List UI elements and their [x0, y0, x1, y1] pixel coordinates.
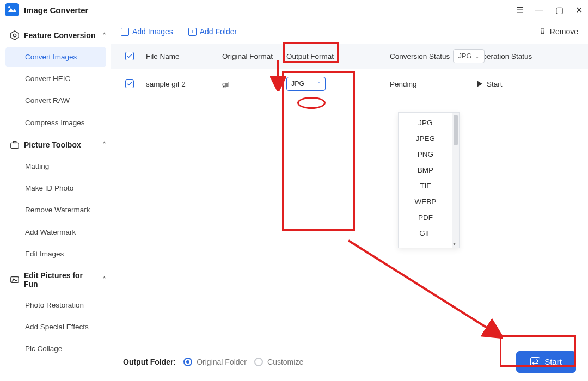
dropdown-option-tif[interactable]: TIF — [399, 178, 452, 194]
sidebar-group-feature-conversion[interactable]: Feature Conversion ˄ — [5, 25, 111, 46]
sidebar-item-compress-images[interactable]: Compress Images — [5, 113, 106, 133]
cell-original-format: gif — [220, 80, 284, 88]
output-folder-label: Output Folder: — [123, 358, 176, 366]
th-operation-status: Operation Status — [475, 52, 559, 60]
hexagon-icon — [10, 30, 20, 40]
sidebar-item-matting[interactable]: Matting — [5, 156, 106, 177]
remove-button[interactable]: Remove — [538, 27, 578, 36]
header-output-format-select[interactable]: JPG ⌄ — [453, 49, 485, 63]
remove-label: Remove — [550, 27, 578, 36]
sidebar-item-convert-raw[interactable]: Convert RAW — [5, 90, 106, 111]
add-images-label: Add Images — [132, 27, 173, 36]
chevron-down-icon: ⌄ — [475, 53, 479, 59]
sidebar-group-label: Feature Conversion — [24, 31, 95, 40]
dropdown-option-webp[interactable]: WEBP — [399, 194, 452, 210]
scrollbar-down-icon[interactable]: ▾ — [453, 241, 456, 247]
trash-icon — [538, 27, 547, 36]
close-button[interactable]: ✕ — [575, 5, 583, 15]
sidebar: Feature Conversion ˄ Convert Images Conv… — [0, 20, 111, 381]
output-folder-customize-label: Customize — [267, 358, 303, 366]
dropdown-option-png[interactable]: PNG — [399, 146, 452, 162]
radio-checked-icon — [183, 358, 192, 366]
dropdown-option-pdf[interactable]: PDF — [399, 210, 452, 225]
chevron-up-icon: ˄ — [103, 276, 106, 283]
select-all-checkbox[interactable] — [125, 52, 134, 60]
output-format-dropdown: JPG JPEG PNG BMP TIF WEBP PDF GIF ▾ — [398, 112, 460, 248]
th-file-name: File Name — [144, 52, 220, 60]
svg-point-3 — [13, 34, 16, 36]
cell-conversion-status: Pending — [388, 80, 475, 88]
header-select-value: JPG — [458, 52, 471, 60]
row-checkbox[interactable] — [125, 79, 134, 88]
row-start-label: Start — [487, 80, 503, 88]
sidebar-item-photo-restoration[interactable]: Photo Restoration — [5, 295, 106, 316]
app-logo-icon — [5, 3, 19, 16]
cell-file-name: sample gif 2 — [144, 80, 220, 88]
radio-icon — [254, 358, 263, 366]
main-panel: + Add Images + Add Folder Remove File Na… — [111, 20, 588, 381]
dropdown-option-jpeg[interactable]: JPEG — [399, 131, 452, 146]
svg-rect-5 — [13, 142, 16, 143]
chevron-up-icon: ˄ — [103, 32, 106, 39]
table-header: File Name Original Format Output Format … — [111, 44, 588, 69]
titlebar: Image Converter ☰ — ▢ ✕ — [0, 0, 588, 20]
sidebar-group-picture-toolbox[interactable]: Picture Toolbox ˄ — [5, 134, 111, 155]
row-output-format-select[interactable]: JPG ˄ — [286, 77, 326, 91]
effects-icon — [10, 275, 20, 285]
play-icon — [477, 81, 482, 87]
bottombar: Output Folder: Original Folder Customize… — [111, 342, 588, 381]
output-folder-original-label: Original Folder — [197, 358, 247, 366]
table-row: sample gif 2 gif JPG ˄ Pending Start — [111, 69, 588, 99]
th-output-format: Output Format — [284, 52, 388, 60]
chevron-up-icon: ˄ — [103, 141, 106, 148]
svg-line-9 — [348, 241, 495, 333]
menu-icon[interactable]: ☰ — [516, 5, 523, 15]
dropdown-option-jpg[interactable]: JPG — [399, 115, 452, 131]
svg-rect-4 — [11, 143, 19, 148]
th-original-format: Original Format — [220, 52, 284, 60]
svg-point-1 — [8, 6, 10, 8]
app-title: Image Converter — [24, 5, 88, 15]
sidebar-group-edit-pictures-for-fun[interactable]: Edit Pictures for Fun ˄ — [5, 266, 111, 294]
sidebar-item-convert-heic[interactable]: Convert HEIC — [5, 69, 106, 89]
output-folder-original[interactable]: Original Folder — [183, 358, 247, 366]
sidebar-group-label: Edit Pictures for Fun — [24, 271, 99, 288]
chevron-up-icon: ˄ — [318, 81, 321, 87]
maximize-button[interactable]: ▢ — [555, 5, 564, 15]
svg-marker-2 — [11, 31, 19, 40]
dropdown-scrollbar[interactable]: ▾ — [452, 113, 459, 248]
scrollbar-thumb[interactable] — [454, 115, 458, 145]
start-button[interactable]: ⇄ Start — [516, 351, 576, 373]
window-controls: ☰ — ▢ ✕ — [516, 5, 583, 15]
dropdown-option-gif[interactable]: GIF — [399, 225, 452, 241]
add-folder-label: Add Folder — [200, 27, 237, 36]
annotation-arrow-diagonal — [345, 237, 503, 339]
swap-icon: ⇄ — [530, 357, 540, 367]
plus-icon: + — [121, 28, 129, 36]
start-button-label: Start — [544, 357, 562, 366]
sidebar-item-add-watermark[interactable]: Add Watermark — [5, 222, 106, 243]
output-folder-customize[interactable]: Customize — [254, 358, 303, 366]
add-images-button[interactable]: + Add Images — [121, 27, 173, 36]
sidebar-item-edit-images[interactable]: Edit Images — [5, 244, 106, 265]
sidebar-item-convert-images[interactable]: Convert Images — [5, 47, 106, 67]
toolbar: + Add Images + Add Folder Remove — [111, 20, 588, 44]
sidebar-item-add-special-effects[interactable]: Add Special Effects — [5, 317, 106, 337]
sidebar-item-remove-watermark[interactable]: Remove Watermark — [5, 200, 106, 220]
row-start-button[interactable]: Start — [477, 80, 557, 88]
sidebar-group-label: Picture Toolbox — [24, 140, 81, 149]
sidebar-item-pic-collage[interactable]: Pic Collage — [5, 339, 106, 359]
plus-icon: + — [188, 28, 197, 36]
row-select-value: JPG — [291, 80, 304, 88]
add-folder-button[interactable]: + Add Folder — [188, 27, 237, 36]
sidebar-item-make-id-photo[interactable]: Make ID Photo — [5, 178, 106, 199]
dropdown-option-bmp[interactable]: BMP — [399, 162, 452, 178]
minimize-button[interactable]: — — [535, 5, 543, 15]
toolbox-icon — [10, 140, 20, 150]
